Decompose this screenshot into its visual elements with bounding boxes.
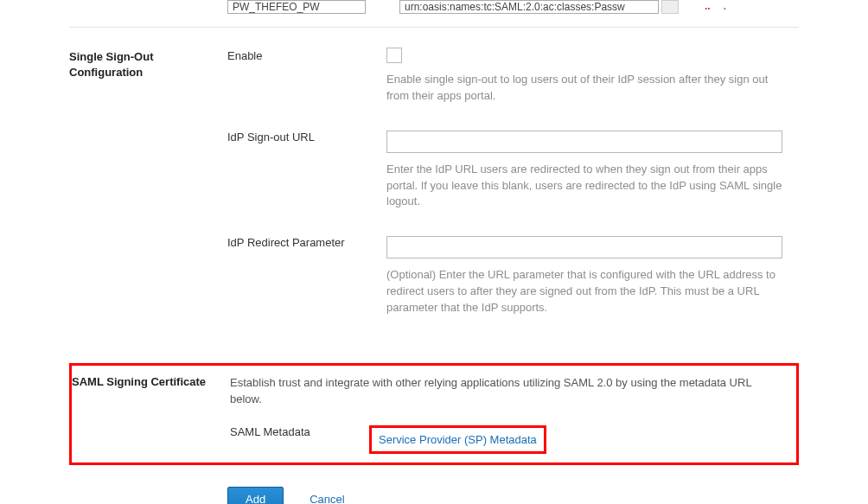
single-signout-section: Single Sign-Out Configuration Enable Ena… <box>69 49 799 342</box>
idp-redirect-param-help: (Optional) Enter the URL parameter that … <box>386 267 784 316</box>
dropdown-toggle-icon[interactable] <box>661 0 679 14</box>
saml-cert-description: Establish trust and integrate with other… <box>230 374 775 408</box>
sp-metadata-highlight-box: Service Provider (SP) Metadata <box>369 425 546 454</box>
idp-redirect-param-input[interactable] <box>386 236 782 258</box>
sp-metadata-link[interactable]: Service Provider (SP) Metadata <box>379 433 537 446</box>
add-button[interactable]: Add <box>227 487 284 504</box>
section-divider <box>69 27 799 28</box>
remove-row-icon[interactable]: .. <box>705 0 711 12</box>
form-actions: Add Cancel <box>227 487 799 504</box>
idp-signout-url-help: Enter the IdP URL users are redirected t… <box>386 162 784 211</box>
enable-help-text: Enable single sign-out to log users out … <box>386 72 784 105</box>
add-row-icon[interactable]: . <box>724 0 726 12</box>
previous-row-partial: PW_THEFEO_PW urn:oasis:names:tc:SAML:2.0… <box>69 0 799 14</box>
idp-signout-url-label: IdP Sign-out URL <box>227 131 386 144</box>
section-title-saml-cert: SAML Signing Certificate <box>72 374 230 454</box>
saml-cert-highlight-box: SAML Signing Certificate Establish trust… <box>69 363 799 465</box>
idp-signout-url-input[interactable] <box>386 131 782 153</box>
attribute-value-field[interactable]: urn:oasis:names:tc:SAML:2.0:ac:classes:P… <box>399 0 659 14</box>
attribute-name-field[interactable]: PW_THEFEO_PW <box>227 0 366 14</box>
cancel-button[interactable]: Cancel <box>310 493 344 504</box>
enable-label: Enable <box>227 49 386 62</box>
enable-checkbox[interactable] <box>386 48 402 63</box>
section-title-signout: Single Sign-Out Configuration <box>69 49 227 342</box>
saml-metadata-label: SAML Metadata <box>230 425 389 438</box>
idp-redirect-param-label: IdP Redirect Parameter <box>227 236 386 249</box>
